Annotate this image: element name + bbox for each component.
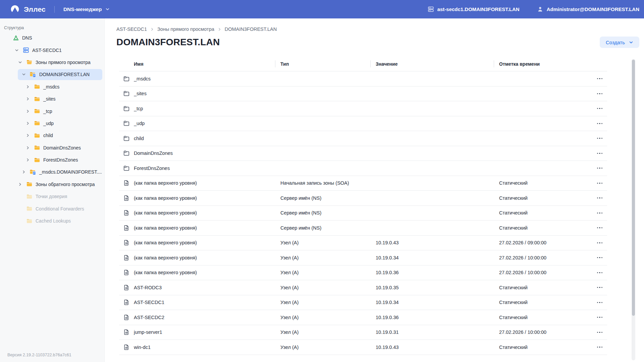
table-row[interactable]: _sites [119, 86, 607, 102]
scrollbar-thumb[interactable] [632, 60, 635, 316]
tree-item[interactable]: Точки доверия [0, 190, 104, 202]
tree-item-label: child [43, 133, 53, 138]
table-row[interactable]: (как папка верхнего уровня) Узел (A) 10.… [119, 265, 607, 281]
table-header: Имя Тип Значение Отметка времени [119, 57, 607, 71]
tree-item[interactable]: Зоны прямого просмотра [0, 56, 104, 68]
table-row[interactable]: _msdcs [119, 71, 607, 86]
column-header-name: Имя [134, 61, 275, 67]
chevron-down-icon[interactable] [18, 60, 22, 64]
cell-type: Узел (A) [275, 345, 370, 350]
row-actions-button[interactable] [596, 165, 604, 171]
row-actions-button[interactable] [596, 329, 604, 336]
table-row[interactable]: jump-server1 Узел (A) 10.19.0.31 27.02.2… [119, 325, 607, 340]
table-row[interactable]: (как папка верхнего уровня) Начальная за… [119, 176, 607, 191]
tree-item[interactable]: _sites [0, 93, 104, 105]
table-row[interactable]: (как папка верхнего уровня) Узел (A) 10.… [119, 250, 607, 265]
table-row[interactable]: (как папка верхнего уровня) Сервер имён … [119, 206, 607, 221]
row-actions-button[interactable] [596, 180, 604, 186]
tree-item[interactable]: _msdcs [0, 81, 104, 93]
user-menu[interactable]: Administrator@DOMAIN3FOREST.LAN [537, 6, 639, 12]
folder-outline-icon [123, 165, 130, 172]
server-indicator: ast-secdc1.DOMAIN3FOREST.LAN [428, 6, 520, 12]
tree-chevron[interactable] [4, 36, 9, 40]
row-actions-button[interactable] [596, 240, 604, 246]
tree-item[interactable]: Cached Lookups [0, 215, 104, 227]
table-row[interactable]: _udp [119, 116, 607, 131]
tree-item[interactable]: ForestDnsZones [0, 154, 104, 166]
tree-item[interactable]: AST-SECDC1 [0, 44, 104, 56]
chevron-right-icon[interactable] [18, 182, 22, 186]
folder-icon [34, 96, 40, 102]
tree-item-label: _sites [43, 96, 56, 102]
row-actions-button[interactable] [596, 299, 604, 306]
chevron-down-icon[interactable] [21, 72, 26, 77]
row-actions-button[interactable] [596, 90, 604, 97]
cell-value: 10.19.0.43 [370, 345, 494, 350]
row-actions-button[interactable] [596, 314, 604, 320]
row-actions-button[interactable] [596, 225, 604, 231]
row-actions-button[interactable] [596, 135, 604, 141]
table-row[interactable]: AST-RODC3 Узел (A) 10.19.0.35 Статически… [119, 280, 607, 295]
row-actions-button[interactable] [596, 150, 604, 157]
tree-item[interactable]: DNS [0, 32, 104, 44]
tree-chevron[interactable] [18, 206, 22, 211]
cell-name: (как папка верхнего уровня) [134, 255, 275, 260]
tree-item[interactable]: _tcp [0, 105, 104, 117]
breadcrumb-item[interactable]: AST-SECDC1 [116, 26, 147, 32]
tree-chevron[interactable] [18, 194, 22, 199]
chevron-right-icon[interactable] [25, 109, 30, 113]
sidebar-section-label: Структура [0, 25, 104, 31]
chevron-right-icon[interactable] [25, 97, 30, 101]
row-actions-button[interactable] [596, 210, 604, 216]
tree-item[interactable]: Conditional Forwarders [0, 202, 104, 215]
row-actions-button[interactable] [596, 195, 604, 201]
row-actions-button[interactable] [596, 75, 604, 82]
table-row[interactable]: AST-SECDC2 Узел (A) 10.19.0.36 Статическ… [119, 310, 607, 325]
breadcrumb-label: AST-SECDC1 [116, 26, 147, 32]
chevron-right-icon[interactable] [25, 121, 30, 125]
topbar: Эллес DNS-менеджер ast-secdc1.DOMAIN3FOR… [0, 0, 644, 18]
table-row[interactable]: ForestDnsZones [119, 161, 607, 176]
tree-item[interactable]: child [0, 129, 104, 141]
table-row[interactable]: child [119, 131, 607, 146]
row-actions-button[interactable] [596, 120, 604, 127]
chevron-right-icon[interactable] [25, 145, 30, 150]
table-row[interactable]: DomainDnsZones [119, 146, 607, 161]
chevron-right-icon[interactable] [25, 158, 30, 162]
chevron-down-icon [105, 7, 110, 11]
create-button[interactable]: Создать [600, 37, 639, 48]
row-actions-button[interactable] [596, 269, 604, 276]
breadcrumb: AST-SECDC1 Зоны прямого просмотра DOMAIN… [116, 26, 644, 32]
chevron-right-icon[interactable] [25, 84, 30, 89]
row-actions-button[interactable] [596, 254, 604, 261]
breadcrumb-item[interactable]: Зоны прямого просмотра [147, 26, 214, 32]
column-header-value: Значение [370, 57, 494, 71]
row-actions-button[interactable] [596, 284, 604, 291]
table-row[interactable]: AST-SECDC1 Узел (A) 10.19.0.34 Статическ… [119, 295, 607, 310]
table-row[interactable]: (как папка верхнего уровня) Сервер имён … [119, 221, 607, 236]
cell-name: (как папка верхнего уровня) [134, 270, 275, 275]
table-row[interactable]: _tcp [119, 101, 607, 116]
table-row[interactable]: win-dc1 Узел (A) 10.19.0.43 Статический [119, 340, 607, 355]
scrollbar-track[interactable] [632, 59, 635, 360]
cell-type: Сервер имён (NS) [275, 195, 370, 201]
chevron-right-icon[interactable] [25, 133, 30, 138]
chevron-right-icon[interactable] [21, 170, 26, 174]
tree-item[interactable]: Зоны обратного просмотра [0, 178, 104, 190]
breadcrumb-item[interactable]: DOMAIN3FOREST.LAN [214, 26, 277, 32]
table-row[interactable]: (как папка верхнего уровня) Узел (A) 10.… [119, 236, 607, 251]
cell-name: (как папка верхнего уровня) [134, 195, 275, 201]
tree-item[interactable]: _udp [0, 117, 104, 129]
tree-chevron[interactable] [18, 219, 22, 223]
tree-item-label: Зоны прямого просмотра [36, 60, 91, 65]
row-actions-button[interactable] [596, 344, 604, 350]
chevron-down-icon[interactable] [14, 48, 19, 52]
tree-item[interactable]: _msdcs.DOMAIN3FOREST.... [0, 166, 104, 178]
topbar-divider [54, 6, 55, 13]
app-switcher[interactable]: DNS-менеджер [63, 6, 110, 12]
table-row[interactable]: (как папка верхнего уровня) Сервер имён … [119, 191, 607, 206]
tree-item[interactable]: DOMAIN3FOREST.LAN [0, 68, 104, 80]
tree-item[interactable]: DomainDnsZones [0, 142, 104, 154]
row-actions-button[interactable] [596, 105, 604, 112]
brand-name: Эллес [24, 5, 46, 13]
